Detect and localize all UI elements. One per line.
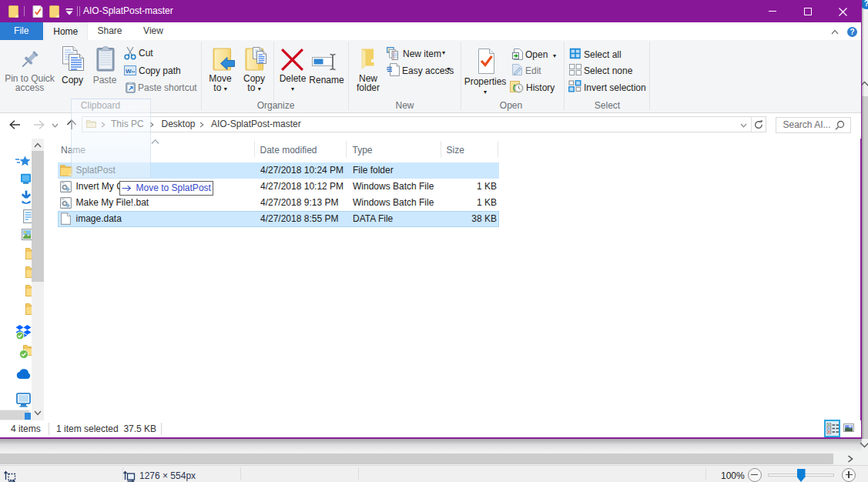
svg-text:W: W [126,68,132,75]
